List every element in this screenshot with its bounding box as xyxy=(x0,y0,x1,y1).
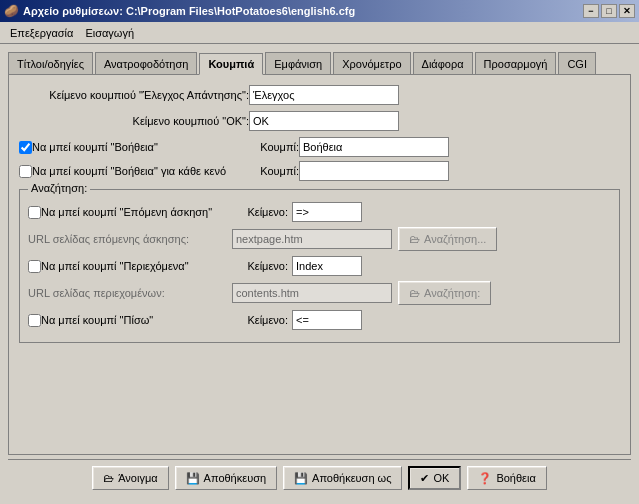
ok-button[interactable]: ✔ OK xyxy=(408,466,461,490)
contents-text-label: Κείμενο: xyxy=(228,260,288,272)
title-text: Αρχείο ρυθμίσεων: C:\Program Files\HotPo… xyxy=(23,5,355,17)
help-checkbox-1-label: Να μπεί κουμπί "Βοήθεια" xyxy=(32,141,158,153)
help-button2-label: Κουμπί: xyxy=(249,165,299,177)
save-button[interactable]: 💾 Αποθήκευση xyxy=(175,466,277,490)
next-url-label: URL σελίδας επόμενης άσκησης: xyxy=(28,233,228,245)
tab-appearance[interactable]: Εμφάνιση xyxy=(265,52,331,74)
contents-url-label: URL σελίδας περιεχομένων: xyxy=(28,287,228,299)
help-button2-input[interactable] xyxy=(299,161,449,181)
back-checkbox-label: Να μπεί κουμπί "Πίσω" xyxy=(41,314,153,326)
next-checkbox[interactable] xyxy=(28,206,41,219)
menu-import[interactable]: Εισαγωγή xyxy=(79,25,140,41)
maximize-button[interactable]: □ xyxy=(601,4,617,18)
bottom-bar: 🗁 Άνοιγμα 💾 Αποθήκευση 💾 Αποθήκευση ως ✔… xyxy=(8,459,631,496)
help-checkbox-2[interactable] xyxy=(19,165,32,178)
check-answer-input[interactable] xyxy=(249,85,399,105)
menu-bar: Επεξεργασία Εισαγωγή xyxy=(0,22,639,44)
contents-text-input[interactable] xyxy=(292,256,362,276)
search-group-title: Αναζήτηση: xyxy=(28,182,90,194)
next-text-input[interactable] xyxy=(292,202,362,222)
app-icon: 🥔 xyxy=(4,4,19,18)
next-browse-button: 🗁 Αναζήτηση... xyxy=(398,227,497,251)
help-button-label: Κουμπί: xyxy=(249,141,299,153)
tab-titles[interactable]: Τίτλοι/οδηγίες xyxy=(8,52,93,74)
menu-edit[interactable]: Επεξεργασία xyxy=(4,25,79,41)
tab-customization[interactable]: Προσαρμογή xyxy=(475,52,557,74)
back-text-input[interactable] xyxy=(292,310,362,330)
ok-icon: ✔ xyxy=(420,472,429,485)
check-answer-row: Κείμενο κουμπιού "Έλεγχος Απάντησης": xyxy=(19,85,620,105)
tab-feedback[interactable]: Ανατροφοδότηση xyxy=(95,52,197,74)
next-url-input xyxy=(232,229,392,249)
tab-cgi[interactable]: CGI xyxy=(558,52,596,74)
help-icon: ❓ xyxy=(478,472,492,485)
browse-icon: 🗁 xyxy=(409,233,420,245)
tab-timer[interactable]: Χρονόμετρο xyxy=(333,52,410,74)
check-answer-label: Κείμενο κουμπιού "Έλεγχος Απάντησης": xyxy=(19,89,249,101)
next-checkbox-label: Να μπεί κουμπί "Επόμενη άσκηση" xyxy=(41,206,212,218)
open-button[interactable]: 🗁 Άνοιγμα xyxy=(92,466,168,490)
ok-text-row: Κείμενο κουμπιού "ΟΚ": xyxy=(19,111,620,131)
search-group: Αναζήτηση: Να μπεί κουμπί "Επόμενη άσκησ… xyxy=(19,189,620,343)
next-text-label: Κείμενο: xyxy=(228,206,288,218)
back-checkbox[interactable] xyxy=(28,314,41,327)
ok-text-input[interactable] xyxy=(249,111,399,131)
title-bar: 🥔 Αρχείο ρυθμίσεων: C:\Program Files\Hot… xyxy=(0,0,639,22)
tab-buttons[interactable]: Κουμπιά xyxy=(199,53,263,75)
saveas-icon: 💾 xyxy=(294,472,308,485)
browse-icon-2: 🗁 xyxy=(409,287,420,299)
ok-text-label: Κείμενο κουμπιού "ΟΚ": xyxy=(19,115,249,127)
save-icon: 💾 xyxy=(186,472,200,485)
help-checkbox-1[interactable] xyxy=(19,141,32,154)
help-button-input[interactable] xyxy=(299,137,449,157)
close-button[interactable]: ✕ xyxy=(619,4,635,18)
content-panel: Κείμενο κουμπιού "Έλεγχος Απάντησης": Κε… xyxy=(8,74,631,455)
contents-browse-button: 🗁 Αναζήτηση: xyxy=(398,281,491,305)
contents-url-input xyxy=(232,283,392,303)
minimize-button[interactable]: − xyxy=(583,4,599,18)
title-bar-buttons[interactable]: − □ ✕ xyxy=(583,4,635,18)
back-text-label: Κείμενο: xyxy=(228,314,288,326)
tab-misc[interactable]: Διάφορα xyxy=(413,52,473,74)
tabs-container: Τίτλοι/οδηγίες Ανατροφοδότηση Κουμπιά Εμ… xyxy=(8,52,631,74)
help-button[interactable]: ❓ Βοήθεια xyxy=(467,466,546,490)
folder-icon: 🗁 xyxy=(103,472,114,484)
contents-checkbox-label: Να μπεί κουμπί "Περιεχόμενα" xyxy=(41,260,189,272)
contents-checkbox[interactable] xyxy=(28,260,41,273)
help-checkbox-2-label: Να μπεί κουμπί "Βοήθεια" για κάθε κενό xyxy=(32,165,226,177)
title-bar-title: 🥔 Αρχείο ρυθμίσεων: C:\Program Files\Hot… xyxy=(4,4,355,18)
window-body: Τίτλοι/οδηγίες Ανατροφοδότηση Κουμπιά Εμ… xyxy=(0,44,639,504)
saveas-button[interactable]: 💾 Αποθήκευση ως xyxy=(283,466,402,490)
